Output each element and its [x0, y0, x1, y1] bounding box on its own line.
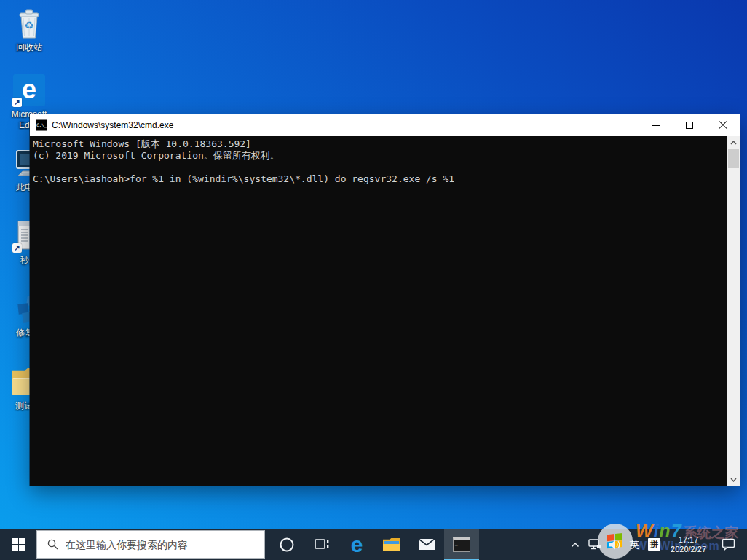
task-view-icon: [314, 538, 330, 551]
volume-icon: [609, 540, 621, 550]
scrollbar-track[interactable]: [727, 169, 740, 473]
console-output: Microsoft Windows [版本 10.0.18363.592](c)…: [30, 136, 727, 486]
recycle-symbol: ♻: [12, 19, 47, 32]
vertical-scrollbar[interactable]: [727, 136, 740, 486]
desktop-icon-recycle-bin[interactable]: ♻ 回收站: [3, 6, 55, 53]
edge-icon: e ↗: [12, 73, 47, 108]
close-icon: [719, 121, 727, 130]
scroll-down-button[interactable]: [727, 473, 740, 486]
cortana-button[interactable]: [269, 529, 304, 560]
chevron-up-icon: [571, 542, 580, 548]
window-title: C:\Windows\system32\cmd.exe: [52, 120, 639, 130]
console-prompt-line: C:\Users\iashoah>for %1 in (%windir%\sys…: [33, 173, 727, 185]
language-badge: 英: [630, 538, 639, 551]
tray-time: 17:17: [671, 535, 706, 545]
console-line: (c) 2019 Microsoft Corporation。保留所有权利。: [33, 150, 727, 162]
scroll-up-button[interactable]: [727, 136, 740, 149]
cmd-taskbar-button[interactable]: _: [444, 529, 479, 560]
action-center-button[interactable]: [713, 529, 744, 560]
taskbar-search[interactable]: [36, 530, 265, 559]
desktop-icon-label: 回收站: [3, 42, 55, 53]
cmd-app-icon: C:\_: [36, 119, 47, 131]
mail-icon: [418, 538, 435, 551]
minimize-button[interactable]: [639, 114, 673, 136]
search-input[interactable]: [66, 539, 264, 551]
edge-icon: e: [351, 534, 363, 556]
scrollbar-thumb[interactable]: [728, 149, 739, 168]
ime-badge: 拼: [648, 538, 660, 551]
network-tray-button[interactable]: [585, 529, 604, 560]
recycle-bin-icon: ♻: [12, 6, 47, 41]
volume-tray-button[interactable]: [606, 529, 625, 560]
prompt-text: C:\Users\iashoah>for %1 in (%windir%\sys…: [33, 173, 454, 184]
close-button[interactable]: [706, 114, 740, 136]
cmd-window: C:\_ C:\Windows\system32\cmd.exe Microso…: [30, 114, 740, 486]
action-center-icon: [722, 538, 735, 551]
maximize-button[interactable]: [673, 114, 706, 136]
tray-date: 2020/2/27: [671, 545, 706, 554]
shortcut-arrow-icon: ↗: [12, 243, 22, 253]
file-explorer-button[interactable]: [374, 529, 409, 560]
taskbar: e _: [0, 529, 747, 560]
minimize-icon: [652, 125, 660, 126]
task-view-button[interactable]: [304, 529, 339, 560]
mail-button[interactable]: [409, 529, 444, 560]
console-area[interactable]: Microsoft Windows [版本 10.0.18363.592](c)…: [30, 136, 740, 486]
edge-taskbar-button[interactable]: e: [339, 529, 374, 560]
clock[interactable]: 17:17 2020/2/27: [665, 529, 711, 560]
console-blank-line: [33, 162, 727, 173]
cmd-titlebar[interactable]: C:\_ C:\Windows\system32\cmd.exe: [30, 114, 740, 136]
maximize-icon: [686, 122, 693, 129]
start-button[interactable]: [0, 529, 36, 560]
windows-logo-icon: [12, 538, 25, 551]
cmd-icon: _: [453, 537, 470, 552]
network-icon: [588, 539, 601, 550]
file-explorer-icon: [383, 538, 400, 551]
text-cursor: _: [454, 173, 460, 184]
tray-overflow-button[interactable]: [567, 529, 583, 560]
shortcut-arrow-icon: ↗: [12, 98, 22, 107]
system-tray: 英 拼 17:17 2020/2/27: [567, 529, 747, 560]
language-indicator[interactable]: 英: [626, 529, 643, 560]
ime-mode-indicator[interactable]: 拼: [644, 529, 664, 560]
cortana-icon: [279, 537, 295, 553]
console-line: Microsoft Windows [版本 10.0.18363.592]: [33, 138, 727, 150]
search-icon: [47, 539, 58, 550]
